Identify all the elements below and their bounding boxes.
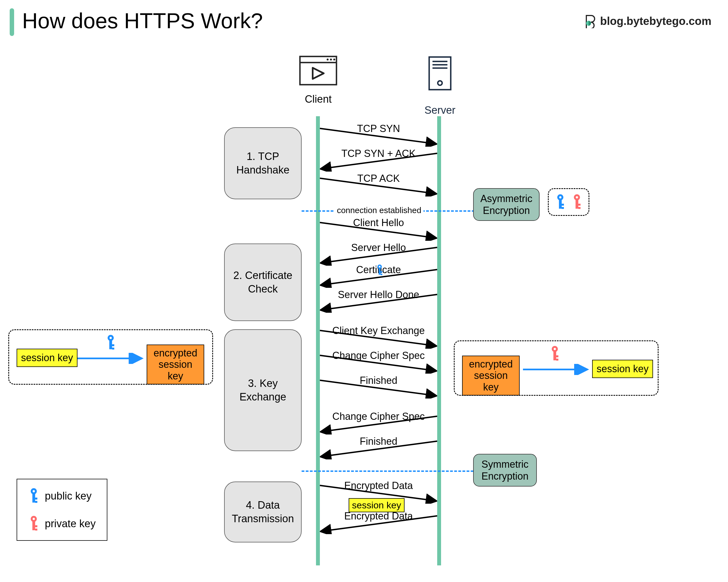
actor-server: Server (415, 55, 465, 116)
brand-text: blog.bytebytego.com (600, 15, 711, 27)
svg-point-3 (327, 59, 329, 60)
encrypted-session-key-box-right: encrypted session key (462, 356, 520, 396)
actor-client-label: Client (293, 93, 343, 105)
legend-private-key: private key (28, 515, 96, 532)
phase-certificate-check: 2. Certificate Check (224, 244, 302, 321)
svg-rect-49 (553, 352, 556, 360)
svg-point-42 (110, 337, 112, 339)
msg-server-hello: Server Hello (320, 244, 437, 266)
public-key-icon (28, 488, 39, 504)
svg-point-4 (330, 59, 332, 60)
phase-data-transmission: 4. Data Transmission (224, 482, 302, 542)
svg-point-53 (33, 490, 35, 492)
msg-tcp-ack: TCP ACK (320, 174, 437, 197)
page-title: How does HTTPS Work? (22, 8, 263, 33)
msg-tcp-syn: TCP SYN (320, 125, 437, 147)
svg-rect-59 (32, 522, 35, 530)
svg-rect-34 (562, 207, 564, 209)
phase-key-exchange: 3. Key Exchange (224, 329, 302, 451)
msg-server-hello-done: Server Hello Done (320, 290, 437, 313)
svg-point-36 (576, 196, 578, 198)
encrypted-session-key-box-left: encrypted session key (147, 345, 204, 384)
private-key-icon (549, 345, 560, 362)
brand-logo-icon (582, 14, 597, 28)
lifeline-server (437, 116, 441, 565)
svg-line-25 (320, 380, 436, 396)
svg-line-12 (321, 153, 437, 169)
public-key-icon (555, 194, 566, 210)
svg-point-58 (33, 518, 35, 520)
svg-rect-51 (556, 359, 558, 361)
asymmetric-encryption-box: Asymmetric Encryption (473, 188, 540, 221)
msg-tcp-syn-ack: TCP SYN + ACK (320, 149, 437, 172)
svg-rect-33 (562, 204, 564, 206)
private-key-icon (28, 515, 39, 532)
svg-rect-54 (32, 494, 35, 503)
svg-line-14 (320, 223, 436, 238)
svg-line-11 (320, 128, 436, 144)
svg-rect-61 (35, 529, 37, 531)
private-key-icon (571, 194, 582, 210)
actor-client: Client (293, 55, 343, 105)
lifeline-client (316, 116, 320, 565)
svg-rect-38 (578, 204, 580, 206)
svg-point-48 (554, 348, 556, 350)
session-key-box-right: session key (592, 360, 653, 378)
svg-point-5 (333, 59, 335, 60)
svg-rect-45 (112, 348, 114, 350)
symmetric-encryption-box: Symmetric Encryption (473, 454, 537, 486)
svg-rect-56 (35, 501, 37, 503)
svg-line-29 (321, 516, 437, 531)
public-key-icon (105, 334, 116, 351)
brand: blog.bytebytego.com (582, 14, 711, 28)
svg-line-27 (321, 441, 437, 457)
svg-line-22 (321, 295, 437, 310)
svg-line-26 (321, 416, 437, 432)
arrow-encrypt-left (77, 353, 144, 364)
msg-change-cipher-spec-2: Change Cipher Spec (320, 412, 437, 434)
legend-public-key: public key (28, 488, 96, 504)
svg-rect-39 (578, 207, 580, 209)
msg-certificate: Certificate (320, 266, 437, 288)
svg-line-15 (321, 247, 437, 263)
svg-line-23 (320, 330, 436, 346)
msg-client-key-exchange: Client Key Exchange (320, 327, 437, 349)
browser-icon (299, 55, 338, 86)
svg-rect-37 (575, 200, 578, 209)
server-icon (427, 55, 452, 91)
msg-finished-1: Finished (320, 376, 437, 399)
title-accent (10, 8, 14, 36)
legend: public key private key (17, 479, 107, 541)
arrow-decrypt-right (523, 364, 589, 375)
svg-line-13 (320, 178, 436, 194)
svg-rect-44 (112, 344, 114, 346)
svg-rect-43 (109, 340, 112, 349)
actor-server-label: Server (415, 104, 465, 116)
divider-connection-established-label: connection established (335, 206, 423, 215)
svg-rect-60 (35, 525, 37, 527)
svg-rect-55 (35, 498, 37, 500)
msg-change-cipher-spec-1: Change Cipher Spec (320, 352, 437, 374)
phase-tcp-handshake: 1. TCP Handshake (224, 127, 302, 199)
svg-rect-32 (559, 200, 562, 209)
msg-finished-2: Finished (320, 437, 437, 459)
key-pair-box (548, 188, 589, 216)
svg-line-21 (321, 270, 437, 285)
svg-point-31 (559, 196, 562, 198)
msg-encrypted-data-2: Encrypted Data (320, 512, 437, 534)
session-key-box-left: session key (17, 349, 77, 367)
svg-line-24 (320, 355, 436, 371)
svg-rect-50 (556, 355, 558, 357)
msg-client-hello: Client Hello (320, 219, 437, 241)
